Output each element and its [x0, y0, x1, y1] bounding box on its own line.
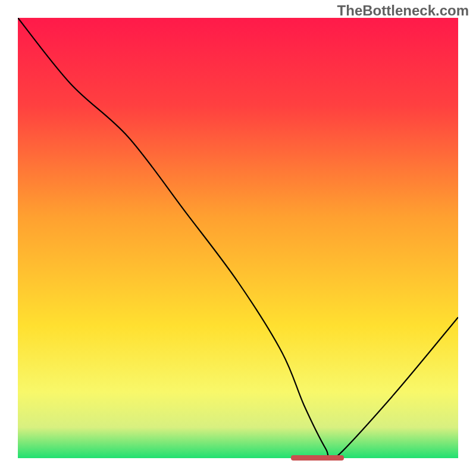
watermark-text: TheBottleneck.com: [337, 2, 469, 19]
bottleneck-curve: [18, 18, 458, 458]
optimal-range-marker: [291, 455, 344, 461]
chart-plot-area: [18, 18, 458, 458]
